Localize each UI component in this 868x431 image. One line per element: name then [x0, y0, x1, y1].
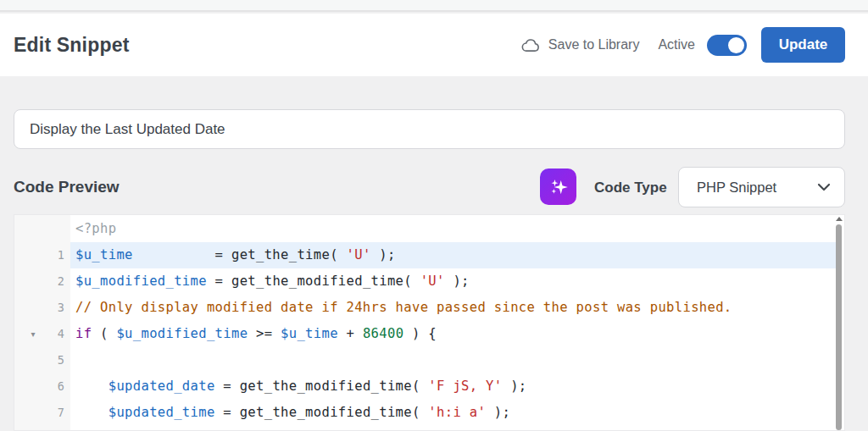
code-line[interactable]: [70, 426, 836, 431]
snippet-title-input[interactable]: [14, 109, 845, 149]
header-actions: Save to Library Active Update: [521, 27, 845, 63]
editor-scrollbar-thumb[interactable]: [836, 224, 842, 430]
code-line[interactable]: [70, 347, 836, 373]
scroll-up-arrow-icon[interactable]: [836, 217, 843, 221]
code-line[interactable]: if ( $u_modified_time >= $u_time + 86400…: [70, 321, 836, 347]
chevron-down-icon: [817, 183, 831, 191]
code-line[interactable]: // Only display modified date if 24hrs h…: [70, 295, 836, 321]
code-line[interactable]: <?php: [70, 216, 836, 242]
code-line[interactable]: $updated_date = get_the_modified_time( '…: [70, 373, 836, 400]
gutter-line-number: 7: [14, 400, 70, 426]
editor-gutter-rows: 123▾45678: [14, 216, 70, 431]
code-line[interactable]: $updated_time = get_the_modified_time( '…: [70, 400, 836, 426]
page-title: Edit Snippet: [14, 34, 130, 57]
code-line[interactable]: $u_modified_time = get_the_modified_time…: [70, 268, 836, 295]
edit-snippet-header: Edit Snippet Save to Library Active Upda…: [0, 14, 868, 76]
gutter-line-number: 8: [14, 426, 70, 431]
code-type-select[interactable]: PHP Snippet: [678, 167, 845, 207]
cloud-icon: [521, 37, 541, 52]
gutter-line-number: [14, 216, 70, 242]
code-lines: <?php$u_time = get_the_time( 'U' );$u_mo…: [70, 216, 836, 431]
active-toggle[interactable]: [707, 35, 747, 56]
save-to-library-label: Save to Library: [548, 37, 640, 52]
code-editor[interactable]: 123▾45678 <?php$u_time = get_the_time( '…: [14, 214, 845, 431]
gutter-line-number: 3: [14, 295, 70, 321]
code-preview-label: Code Preview: [14, 178, 120, 196]
editor-scrollbar[interactable]: [836, 217, 843, 430]
save-to-library-button[interactable]: Save to Library: [521, 37, 640, 52]
code-type-value: PHP Snippet: [697, 180, 776, 196]
gutter-line-number: 1: [14, 242, 70, 268]
active-label: Active: [658, 37, 695, 52]
code-line[interactable]: $u_time = get_the_time( 'U' );: [70, 242, 836, 268]
gutter-line-number: 6: [14, 373, 70, 400]
gutter-line-number: 2: [14, 268, 70, 295]
toggle-knob: [728, 37, 744, 53]
admin-topbar: [0, 0, 868, 12]
gutter-line-number: 5: [14, 347, 70, 373]
sparkles-icon: [548, 176, 570, 198]
gutter-line-number: ▾4: [14, 321, 70, 347]
fold-toggle-icon[interactable]: ▾: [27, 321, 39, 347]
ai-generate-button[interactable]: [540, 169, 576, 205]
update-button[interactable]: Update: [761, 27, 845, 63]
code-type-label: Code Type: [594, 180, 667, 196]
